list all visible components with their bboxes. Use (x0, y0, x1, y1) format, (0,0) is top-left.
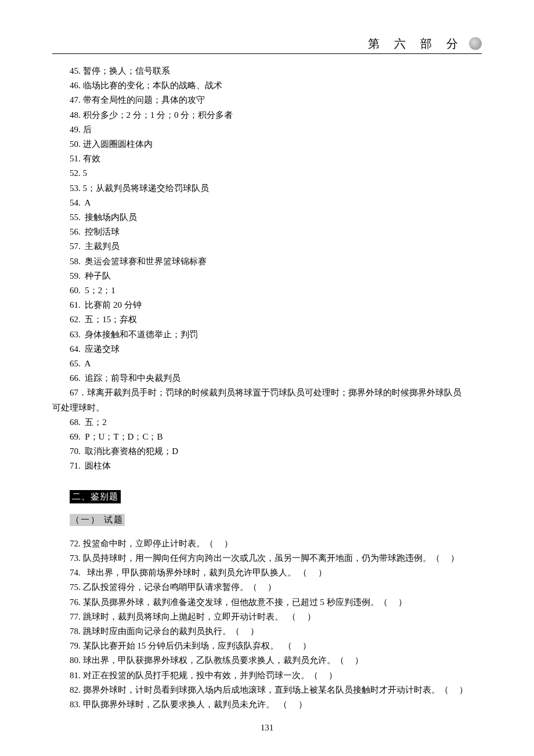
question-item-11: 83. 甲队掷界外球时，乙队要求换人，裁判员未允许。 （ ） (52, 697, 482, 712)
answer-item-6: 51. 有效 (52, 152, 482, 166)
answer-item-b-0: 68. 五；2 (52, 415, 482, 430)
answer-item-b-3: 71. 圆柱体 (52, 459, 482, 473)
question-item-4: 76. 某队员掷界外球，裁判准备递交发球，但他故意不接，已超过 5 秒应判违例。… (52, 595, 482, 610)
answer-item-14: 59. 种子队 (52, 269, 482, 283)
question-item-7: 79. 某队比赛开始 15 分钟后仍未到场，应判该队弃权。 （ ） (52, 639, 482, 653)
answer-item-18: 63. 身体接触和不道德举止；判罚 (52, 327, 482, 342)
page-content: 45. 暂停；换人；信号联系46. 临场比赛的变化；本队的战略、战术47. 带有… (52, 64, 482, 712)
question-item-0: 72. 投篮命中时，立即停止计时表。（ ） (52, 537, 482, 551)
answer-item-10: 55. 接触场内队员 (52, 210, 482, 225)
answer-item-5: 50. 进入圆圈圆柱体内 (52, 137, 482, 152)
answer-item-16: 61. 比赛前 20 分钟 (52, 298, 482, 312)
question-item-6: 78. 跳球时应由面向记录台的裁判员执行。（ ） (52, 624, 482, 639)
question-item-1: 73. 队员持球时，用一脚向任何方向跨出一次或几次，虽另一脚不离开地面，仍为带球… (52, 551, 482, 566)
answer-item-b-2: 70. 取消比赛资格的犯规；D (52, 444, 482, 459)
answer-item-15: 60. 5；2；1 (52, 283, 482, 298)
answer-item-9: 54. A (52, 196, 482, 210)
answer-item-67-line2: 可处理球时。 (52, 401, 482, 415)
answer-item-20: 65. A (52, 357, 482, 371)
sphere-icon (469, 37, 482, 50)
answer-item-13: 58. 奥运会篮球赛和世界篮球锦标赛 (52, 254, 482, 269)
answers-list-b: 68. 五；269. P；U；T；D；C；B70. 取消比赛资格的犯规；D71.… (52, 415, 482, 474)
subsection-heading: （一） 试题 (70, 514, 125, 526)
header-title: 第 六 部 分 (368, 37, 464, 50)
question-item-2: 74. 球出界，甲队掷前场界外球时，裁判员允许甲队换人。 （ ） (52, 566, 482, 580)
section-heading: 二、鉴别题 (70, 490, 121, 503)
answer-item-11: 56. 控制活球 (52, 225, 482, 239)
answers-list: 45. 暂停；换人；信号联系46. 临场比赛的变化；本队的战略、战术47. 带有… (52, 64, 482, 386)
answer-item-2: 47. 带有全局性的问题；具体的攻守 (52, 93, 482, 107)
question-item-9: 81. 对正在投篮的队员打手犯规，投中有效，并判给罚球一次。（ ） (52, 668, 482, 683)
answer-item-8: 53. 5；从裁判员将球递交给罚球队员 (52, 181, 482, 196)
page-header: 第 六 部 分 (368, 36, 482, 52)
subsection-heading-row: （一） 试题 (70, 514, 482, 526)
question-item-3: 75. 乙队投篮得分，记录台鸣哨甲队请求暂停。（ ） (52, 580, 482, 595)
answer-item-7: 52. 5 (52, 166, 482, 181)
answer-item-b-1: 69. P；U；T；D；C；B (52, 430, 482, 444)
answer-item-17: 62. 五；15；弃权 (52, 312, 482, 327)
answer-item-12: 57. 主裁判员 (52, 239, 482, 254)
question-item-10: 82. 掷界外球时，计时员看到球掷入场内后成地滚球，直到场上被某名队员接触时才开… (52, 683, 482, 697)
questions-list: 72. 投篮命中时，立即停止计时表。（ ）73. 队员持球时，用一脚向任何方向跨… (52, 537, 482, 712)
header-rule (52, 53, 482, 54)
section-heading-row: 二、鉴别题 (70, 490, 482, 503)
answer-item-3: 48. 积分多少；2 分；1 分；0 分；积分多者 (52, 108, 482, 123)
answer-item-4: 49. 后 (52, 123, 482, 137)
answer-item-67-line1: 67．球离开裁判员手时；罚球的时候裁判员将球置于罚球队员可处理时；掷界外球的时候… (52, 386, 482, 400)
answer-item-19: 64. 应递交球 (52, 342, 482, 357)
answer-item-1: 46. 临场比赛的变化；本队的战略、战术 (52, 78, 482, 93)
answer-item-0: 45. 暂停；换人；信号联系 (52, 64, 482, 78)
page-number: 131 (0, 723, 534, 733)
question-item-8: 80. 球出界，甲队获掷界外球权，乙队教练员要求换人，裁判员允许。（ ） (52, 653, 482, 668)
question-item-5: 77. 跳球时，裁判员将球向上抛起时，立即开动计时表。 （ ） (52, 610, 482, 624)
answer-item-21: 66. 追踪；前导和中央裁判员 (52, 371, 482, 386)
